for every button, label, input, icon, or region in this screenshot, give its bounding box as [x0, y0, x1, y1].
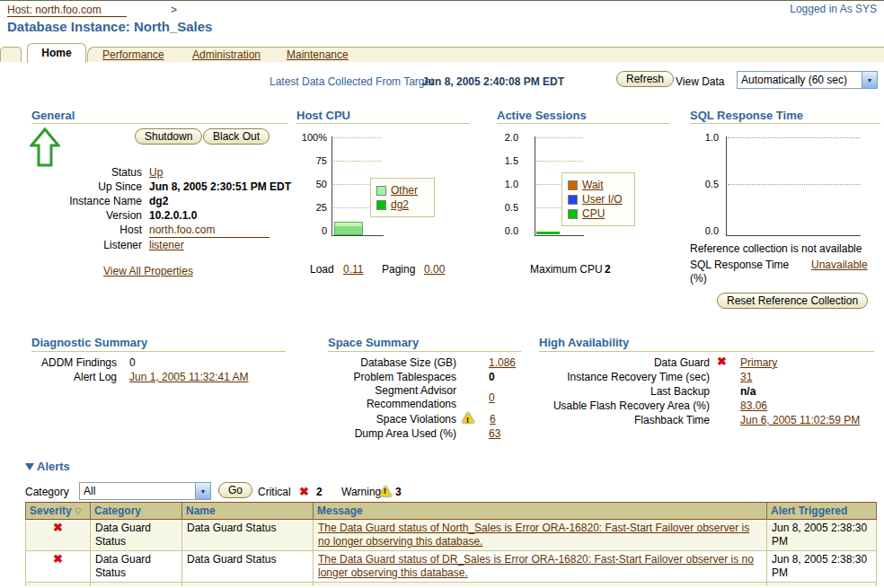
warning-label: Warning [341, 486, 381, 498]
icon-slot [460, 370, 473, 384]
tabstrip: Performance Administration Maintenance [87, 47, 884, 62]
category-label: Category [25, 486, 69, 498]
field-label: Status [31, 165, 142, 180]
hostcpu-ytick: 100% [296, 132, 327, 143]
legend-user-io-link[interactable]: User I/O [582, 193, 623, 206]
tab-maintenance[interactable]: Maintenance [287, 48, 349, 61]
breadcrumb-host-link[interactable]: Host: north.foo.com [7, 4, 127, 17]
data-guard-primary-link[interactable]: Primary [740, 355, 777, 370]
legend-dg2-link[interactable]: dg2 [391, 198, 409, 211]
sessions-cpu-bar [536, 232, 560, 234]
alert-name-cell: Data Guard Status [182, 520, 314, 551]
tab-performance[interactable]: Performance [102, 48, 164, 61]
alert-log-link[interactable]: Jun 1, 2005 11:32:41 AM [129, 370, 249, 384]
legend-other-link[interactable]: Other [391, 184, 418, 197]
data-guard-row: Data Guard ✖ Primary [539, 355, 777, 370]
reference-collection-note: Reference collection is not available [690, 242, 862, 255]
sessions-ytick: 2.0 [494, 132, 518, 143]
reset-reference-collection-button[interactable]: Reset Reference Collection [717, 293, 868, 309]
warning-icon: ! [379, 486, 393, 497]
cpu-swatch-icon [568, 209, 578, 219]
hostcpu-usage-bar [334, 222, 363, 235]
column-header-alert-triggered[interactable]: Alert Triggered [767, 503, 877, 520]
gridline [536, 137, 583, 138]
general-field-version: Version 10.2.0.1.0 [31, 208, 292, 223]
tab-administration[interactable]: Administration [192, 48, 261, 61]
sessions-ytick: 1.0 [494, 179, 518, 189]
space-summary-title: Space Summary [328, 336, 419, 349]
legend-cpu-link[interactable]: CPU [582, 207, 605, 220]
icon-slot [460, 426, 473, 441]
view-data-label: View Data [676, 75, 724, 88]
db-size-link[interactable]: 1.086 [489, 355, 516, 370]
view-data-select[interactable]: Automatically (60 sec) ▼ [737, 71, 878, 89]
alert-category-cell: Data Guard Status [91, 551, 182, 583]
alert-message-link[interactable]: The Data Guard status of North_Sales is … [318, 522, 749, 548]
field-label: Segment Advisor Recommendations [328, 384, 456, 411]
field-value: Jun 8, 2005 2:30:51 PM EDT [149, 180, 291, 194]
table-row: ✖ Data Guard Status Data Guard Status Th… [26, 551, 877, 583]
high-availability-title: High Availability [539, 336, 629, 349]
sessions-legend: Wait User I/O CPU [561, 172, 635, 226]
blackout-button[interactable]: Black Out [203, 128, 270, 145]
alert-triggered-cell: Jun 8, 2005 2:38:30 PM [767, 551, 877, 583]
field-label: Host [31, 223, 142, 238]
legend-item: CPU [568, 207, 629, 220]
column-header-severity[interactable]: Severity ▽ [26, 503, 91, 520]
instance-recovery-link[interactable]: 31 [740, 370, 752, 384]
hostcpu-x-axis [332, 235, 384, 236]
latest-data-label: Latest Data Collected From Target [270, 75, 434, 88]
ha-rule [539, 351, 874, 352]
collapse-triangle-icon[interactable] [25, 463, 34, 470]
flashback-time-link[interactable]: Jun 6, 2005 11:02:59 PM [740, 413, 860, 427]
category-select[interactable]: All ▼ [79, 482, 211, 500]
tab-home[interactable]: Home [27, 43, 86, 63]
field-label: Usable Flash Recovery Area (%) [539, 399, 710, 413]
critical-label: Critical [258, 486, 291, 498]
gridline [333, 137, 382, 138]
sql-response-unavailable-link[interactable]: Unavailable [811, 259, 868, 271]
column-header-name[interactable]: Name [182, 503, 314, 520]
space-violations-link[interactable]: 6 [490, 412, 496, 426]
alerts-title: Alerts [37, 460, 70, 473]
diagnostic-rule [31, 351, 286, 352]
column-header-category[interactable]: Category [91, 503, 182, 520]
go-button[interactable]: Go [218, 482, 252, 498]
column-header-message[interactable]: Message [314, 503, 767, 520]
host-cpu-section-title: Host CPU [296, 109, 350, 122]
load-value-link[interactable]: 0.11 [343, 263, 363, 276]
segment-advisor-link[interactable]: 0 [489, 391, 495, 405]
sessions-x-axis [535, 235, 584, 236]
critical-icon: ✖ [53, 552, 63, 566]
refresh-button[interactable]: Refresh [616, 71, 674, 87]
view-all-properties-link[interactable]: View All Properties [103, 265, 193, 277]
sql-ytick: 1.0 [692, 132, 719, 143]
sql-ytick: 0.5 [692, 179, 719, 189]
field-label: Space Violations [328, 412, 456, 426]
status-up-link[interactable]: Up [149, 165, 163, 180]
flashback-time-row: Flashback Time Jun 6, 2005 11:02:59 PM [539, 413, 860, 427]
gridline [728, 184, 861, 185]
flash-recovery-link[interactable]: 83.06 [740, 399, 767, 413]
warning-count: 3 [395, 486, 402, 498]
hostcpu-usage-bar-cap [335, 223, 362, 226]
addm-findings-row: ADDM Findings 0 [31, 355, 136, 370]
field-label: Instance Name [31, 194, 142, 208]
general-field-status: Status Up [31, 165, 292, 180]
icon-slot [717, 413, 729, 427]
chevron-down-icon: ▼ [195, 483, 210, 499]
table-row-partial [26, 583, 877, 586]
paging-value-link[interactable]: 0.00 [424, 263, 445, 276]
listener-link[interactable]: listener [149, 238, 184, 252]
legend-item: dg2 [376, 198, 429, 211]
alert-message-link[interactable]: The Data Guard status of DR_Sales is Err… [318, 553, 754, 579]
dump-area-link[interactable]: 63 [489, 426, 500, 441]
latest-data-timestamp: Jun 8, 2005 2:40:08 PM EDT [422, 75, 564, 88]
status-up-arrow-icon [30, 127, 60, 167]
legend-item: Wait [568, 179, 629, 191]
shutdown-button[interactable]: Shutdown [135, 128, 202, 145]
host-link[interactable]: north.foo.com [149, 223, 270, 238]
instance-recovery-row: Instance Recovery Time (sec) 31 [539, 370, 752, 384]
legend-wait-link[interactable]: Wait [582, 179, 604, 191]
critical-icon: ✖ [53, 521, 63, 534]
